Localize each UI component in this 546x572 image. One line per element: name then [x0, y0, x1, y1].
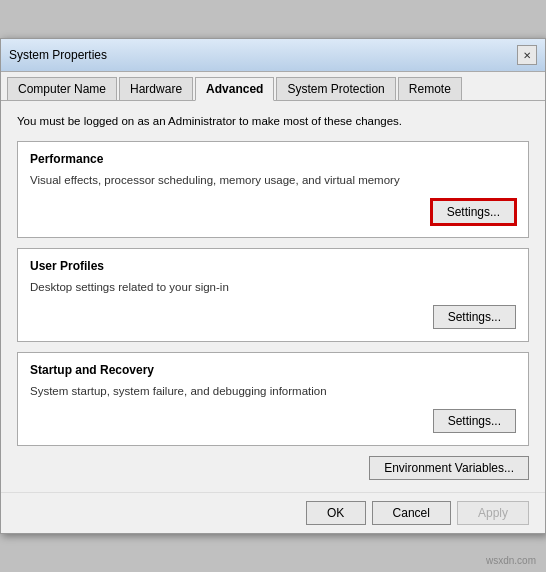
env-btn-row: Environment Variables... [17, 456, 529, 480]
startup-recovery-title: Startup and Recovery [30, 363, 516, 377]
performance-btn-row: Settings... [30, 199, 516, 225]
ok-button[interactable]: OK [306, 501, 366, 525]
title-bar-controls: ✕ [517, 45, 537, 65]
startup-recovery-description: System startup, system failure, and debu… [30, 383, 516, 399]
system-properties-window: System Properties ✕ Computer Name Hardwa… [0, 38, 546, 533]
performance-section: Performance Visual effects, processor sc… [17, 141, 529, 237]
user-profiles-settings-button[interactable]: Settings... [433, 305, 516, 329]
user-profiles-description: Desktop settings related to your sign-in [30, 279, 516, 295]
startup-recovery-section: Startup and Recovery System startup, sys… [17, 352, 529, 446]
user-profiles-section: User Profiles Desktop settings related t… [17, 248, 529, 342]
startup-recovery-settings-button[interactable]: Settings... [433, 409, 516, 433]
user-profiles-title: User Profiles [30, 259, 516, 273]
performance-title: Performance [30, 152, 516, 166]
tab-advanced[interactable]: Advanced [195, 77, 274, 101]
startup-recovery-btn-row: Settings... [30, 409, 516, 433]
title-bar: System Properties ✕ [1, 39, 545, 72]
user-profiles-btn-row: Settings... [30, 305, 516, 329]
window-title: System Properties [9, 48, 107, 62]
performance-settings-button[interactable]: Settings... [431, 199, 516, 225]
close-button[interactable]: ✕ [517, 45, 537, 65]
performance-description: Visual effects, processor scheduling, me… [30, 172, 516, 188]
environment-variables-button[interactable]: Environment Variables... [369, 456, 529, 480]
tab-system-protection[interactable]: System Protection [276, 77, 395, 101]
watermark: wsxdn.com [486, 555, 536, 566]
cancel-button[interactable]: Cancel [372, 501, 451, 525]
footer: OK Cancel Apply [1, 492, 545, 533]
tab-hardware[interactable]: Hardware [119, 77, 193, 101]
tab-computer-name[interactable]: Computer Name [7, 77, 117, 101]
admin-notice: You must be logged on as an Administrato… [17, 113, 529, 129]
apply-button[interactable]: Apply [457, 501, 529, 525]
tabs-container: Computer Name Hardware Advanced System P… [1, 72, 545, 101]
tab-content: You must be logged on as an Administrato… [1, 101, 545, 491]
tab-remote[interactable]: Remote [398, 77, 462, 101]
